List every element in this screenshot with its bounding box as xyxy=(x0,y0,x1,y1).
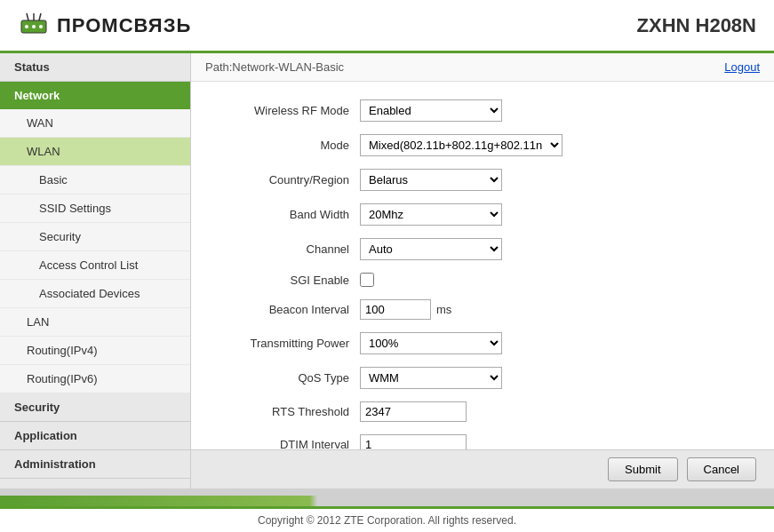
header: ПРОМСВЯЗЬ ZXHN H208N xyxy=(0,0,774,53)
logout-link[interactable]: Logout xyxy=(724,60,760,74)
country-region-row: Country/Region Belarus xyxy=(218,169,747,191)
beacon-interval-label: Beacon Interval xyxy=(218,303,360,316)
transmitting-power-select[interactable]: 100% 75% 50% 25% xyxy=(360,332,502,354)
sidebar-item-application[interactable]: Application xyxy=(0,422,190,450)
sidebar-item-wan[interactable]: WAN xyxy=(0,109,190,138)
sidebar-item-lan[interactable]: LAN xyxy=(0,308,190,337)
country-region-label: Country/Region xyxy=(218,173,360,187)
bottom-section: Copyright © 2012 ZTE Corporation. All ri… xyxy=(0,488,774,532)
qos-type-select[interactable]: WMM None xyxy=(360,367,502,389)
channel-label: Channel xyxy=(218,242,360,256)
logo-icon xyxy=(18,10,50,42)
country-region-select[interactable]: Belarus xyxy=(360,169,502,191)
mode-row: Mode Mixed(802.11b+802.11g+802.11n xyxy=(218,134,747,156)
sidebar-item-associated[interactable]: Associated Devices xyxy=(0,280,190,308)
channel-row: Channel Auto 1234 5678 91011 xyxy=(218,238,747,260)
device-name: ZXHN H208N xyxy=(637,14,756,37)
logo-area: ПРОМСВЯЗЬ xyxy=(18,10,191,42)
sidebar-item-wlan[interactable]: WLAN xyxy=(0,138,190,166)
sidebar: Status Network WAN WLAN Basic SSID Setti… xyxy=(0,53,191,488)
band-width-label: Band Width xyxy=(218,208,360,221)
submit-button[interactable]: Submit xyxy=(608,457,677,481)
sidebar-item-status[interactable]: Status xyxy=(0,53,190,82)
beacon-interval-row: Beacon Interval ms xyxy=(218,299,747,320)
beacon-interval-unit: ms xyxy=(436,303,451,316)
mode-select[interactable]: Mixed(802.11b+802.11g+802.11n xyxy=(360,134,563,156)
sidebar-item-security-sub[interactable]: Security xyxy=(0,223,190,251)
beacon-interval-input[interactable] xyxy=(360,299,431,320)
form-area: Wireless RF Mode Enabled Disabled Mode M… xyxy=(191,82,774,449)
content-area: Path:Network-WLAN-Basic Logout Wireless … xyxy=(191,53,774,488)
wireless-rf-mode-row: Wireless RF Mode Enabled Disabled xyxy=(218,99,747,122)
wireless-rf-mode-select[interactable]: Enabled Disabled xyxy=(360,99,502,122)
breadcrumb: Path:Network-WLAN-Basic xyxy=(205,60,344,74)
sgi-enable-row: SGI Enable xyxy=(218,273,747,287)
sidebar-item-security[interactable]: Security xyxy=(0,393,190,422)
copyright-text: Copyright © 2012 ZTE Corporation. All ri… xyxy=(258,514,516,527)
qos-type-label: QoS Type xyxy=(218,371,360,385)
rts-threshold-label: RTS Threshold xyxy=(218,405,360,418)
sidebar-item-routing-ipv4[interactable]: Routing(IPv4) xyxy=(0,337,190,365)
rts-threshold-input[interactable] xyxy=(360,401,467,422)
svg-point-1 xyxy=(25,25,28,28)
sidebar-item-network[interactable]: Network xyxy=(0,82,190,109)
svg-point-2 xyxy=(32,25,36,28)
dtim-interval-label: DTIM Interval xyxy=(218,438,360,449)
dtim-interval-input[interactable] xyxy=(360,434,467,449)
logo-text: ПРОМСВЯЗЬ xyxy=(57,14,191,37)
cancel-button[interactable]: Cancel xyxy=(687,457,756,481)
sidebar-item-routing-ipv6[interactable]: Routing(IPv6) xyxy=(0,365,190,393)
svg-line-4 xyxy=(27,13,28,20)
copyright-bar: Copyright © 2012 ZTE Corporation. All ri… xyxy=(0,506,774,532)
channel-select[interactable]: Auto 1234 5678 91011 xyxy=(360,238,502,260)
dtim-interval-row: DTIM Interval xyxy=(218,434,747,449)
sidebar-item-help-top[interactable]: Help xyxy=(0,479,190,488)
footer-accent-bar xyxy=(0,496,774,506)
wireless-rf-mode-label: Wireless RF Mode xyxy=(218,104,360,117)
sidebar-item-administration[interactable]: Administration xyxy=(0,450,190,479)
sgi-enable-label: SGI Enable xyxy=(218,274,360,287)
band-width-row: Band Width 20Mhz 40Mhz xyxy=(218,203,747,226)
transmitting-power-label: Transmitting Power xyxy=(218,337,360,350)
sidebar-item-acl[interactable]: Access Control List xyxy=(0,251,190,280)
mode-label: Mode xyxy=(218,139,360,152)
qos-type-row: QoS Type WMM None xyxy=(218,367,747,389)
band-width-select[interactable]: 20Mhz 40Mhz xyxy=(360,203,502,226)
sidebar-item-ssid-settings[interactable]: SSID Settings xyxy=(0,195,190,223)
svg-point-3 xyxy=(39,25,43,28)
transmitting-power-row: Transmitting Power 100% 75% 50% 25% xyxy=(218,332,747,354)
path-bar: Path:Network-WLAN-Basic Logout xyxy=(191,53,774,82)
sidebar-item-basic[interactable]: Basic xyxy=(0,166,190,195)
svg-line-6 xyxy=(39,13,41,20)
sgi-enable-checkbox[interactable] xyxy=(360,273,374,287)
button-bar: Submit Cancel xyxy=(191,449,774,488)
rts-threshold-row: RTS Threshold xyxy=(218,401,747,422)
